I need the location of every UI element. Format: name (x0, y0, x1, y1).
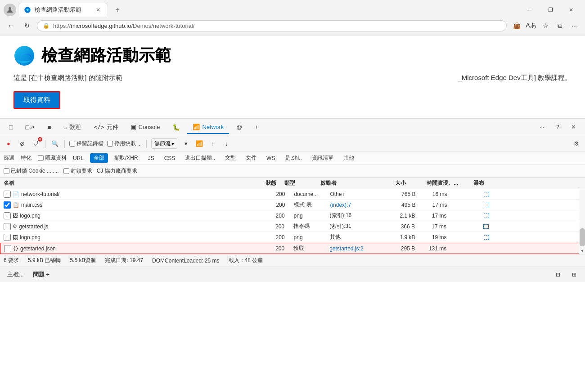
profile-icon[interactable] (4, 4, 16, 16)
table-row[interactable]: 🖼 logo.png 200 png (索引):16 2.1 kB 17 ms (0, 210, 585, 221)
disable-cache-input[interactable] (107, 141, 113, 147)
row2-initiator[interactable]: (index):7 (330, 202, 384, 208)
filter-media[interactable]: 進出口媒體.. (181, 153, 219, 163)
row1-checkbox[interactable] (4, 191, 11, 198)
devtools-tab-network[interactable]: 📶 Network (187, 121, 229, 134)
filter-ws[interactable]: WS (263, 154, 279, 162)
devtools-tab-at[interactable]: @ (231, 121, 248, 134)
blocked-cookies-checkbox[interactable]: 已封鎖 Cookie ........ (4, 167, 59, 175)
filter-doc[interactable]: 文件 (242, 153, 260, 163)
col-header-time[interactable]: 時間 (406, 179, 437, 187)
filter-xhr[interactable]: 擷取/XHR (111, 153, 142, 163)
filter-font[interactable]: 文型 (221, 153, 239, 163)
search-button[interactable]: 🔍 (50, 139, 60, 149)
filter-huahua[interactable]: 轉化 (17, 153, 35, 163)
collections-icon[interactable]: ⧉ (554, 19, 566, 32)
browser-tab[interactable]: 檢查網路活動示範 ✕ (18, 3, 108, 17)
devtools-tab-console[interactable]: ▣ Console (126, 121, 166, 134)
row6-initiator[interactable]: getstarted.js:2 (329, 245, 383, 252)
disable-cache-checkbox[interactable]: 停用快取... (107, 140, 142, 147)
load-time: 載入：48 公釐 (229, 257, 263, 264)
devtools-help-button[interactable]: ? (551, 121, 565, 134)
row1-waterfall (483, 192, 581, 197)
record-button[interactable]: ● (4, 139, 14, 149)
back-button[interactable]: ← (4, 19, 17, 32)
row1-icon: 📄 (13, 191, 19, 197)
bottom-icon-1[interactable]: ⊡ (552, 268, 564, 281)
row2-initiator-link[interactable]: (index):7 (330, 202, 351, 208)
throttle-label: 無節流 (154, 140, 171, 147)
devtools-tab-debug[interactable]: 🐛 (167, 121, 185, 134)
filter-toolbar-button[interactable]: ⛉ ✕ (31, 139, 40, 149)
bottom-tab-host[interactable]: 主機... (4, 270, 27, 280)
devtools-tab-right: ··· ? ✕ (534, 121, 581, 134)
bottom-tab-issues[interactable]: 問題 + (30, 270, 52, 280)
bottom-icon-2[interactable]: ⊞ (568, 268, 580, 281)
favorites-icon[interactable]: ☆ (539, 19, 552, 32)
throttle-dropdown[interactable]: 無節流 ▾ (151, 138, 177, 149)
wifi-icon[interactable]: 📶 (194, 139, 204, 149)
preserve-log-input[interactable] (69, 141, 75, 147)
close-button[interactable]: ✕ (561, 3, 581, 17)
table-row[interactable]: 🖼 logo.png 200 png 其他 1.9 kB 19 ms (0, 232, 585, 243)
wallet-icon[interactable]: 👜 (510, 19, 523, 32)
table-row[interactable]: ⚙ getstarted.js 200 指令碼 (索引):31 366 B 17… (0, 221, 585, 232)
devtools-close-button[interactable]: ✕ (566, 121, 581, 134)
get-data-button[interactable]: 取得資料 (14, 91, 60, 109)
filter-all[interactable]: 全部 (90, 153, 108, 163)
tab-close-button[interactable]: ✕ (94, 6, 102, 14)
filter-wasm[interactable]: 是.shi.. (281, 153, 305, 163)
address-bar[interactable]: 🔒 https://microsoftedge.github.io/Demos/… (37, 20, 507, 31)
table-row[interactable]: 📋 main.css 200 樣式 表 (index):7 495 B 17 m… (0, 200, 585, 210)
third-party-label: CJ 協力廠商要求 (97, 167, 137, 175)
elements-tab-icon: </> (94, 124, 104, 130)
table-row[interactable]: 📄 network-tutorial/ 200 docume... Othe r… (0, 189, 585, 200)
col-header-type[interactable]: 類型 (284, 179, 320, 187)
window-controls: — ❐ ✕ (519, 3, 581, 17)
row6-initiator-link[interactable]: getstarted.js:2 (329, 245, 363, 252)
scrollbar-down-arrow[interactable]: ▼ (579, 248, 585, 254)
devtools-tab-inspect[interactable]: □ (4, 121, 18, 134)
col-header-name[interactable]: 名稱 (4, 179, 257, 187)
download-button[interactable]: ↓ (221, 139, 231, 149)
devtools-tab-welcome[interactable]: ⌂ 歡迎 (58, 120, 86, 135)
refresh-button[interactable]: ↻ (21, 19, 33, 32)
col-header-impl[interactable]: 實現、... (437, 179, 473, 187)
upload-button[interactable]: ↑ (208, 139, 218, 149)
col-header-waterfall[interactable]: 瀑布 (473, 179, 575, 187)
read-aloud-icon[interactable]: Aあ (525, 19, 537, 32)
row5-checkbox[interactable] (4, 234, 11, 241)
preserve-log-checkbox[interactable]: 保留記錄檔 (69, 140, 104, 147)
scrollbar-thumb[interactable] (580, 228, 585, 246)
restore-button[interactable]: ❐ (540, 3, 561, 17)
table-body: 📄 network-tutorial/ 200 docume... Othe r… (0, 189, 585, 254)
col-header-initiator[interactable]: 啟動者 (320, 179, 374, 187)
col-header-status[interactable]: 狀態 (257, 179, 284, 187)
devtools-tab-add[interactable]: + (249, 121, 264, 134)
row6-status: 200 (266, 245, 293, 252)
minimize-button[interactable]: — (519, 3, 540, 17)
row6-checkbox[interactable] (4, 245, 11, 252)
filter-hidden-data[interactable]: 隱藏資料 (38, 154, 67, 162)
row3-checkbox[interactable] (4, 212, 11, 219)
filter-other[interactable]: 其他 (340, 153, 358, 163)
row2-checkbox[interactable] (4, 201, 11, 209)
clear-button[interactable]: ⊘ (17, 139, 27, 149)
filter-css[interactable]: CSS (161, 154, 179, 162)
filter-url[interactable]: URL (69, 154, 87, 162)
row4-checkbox[interactable] (4, 223, 11, 230)
devtools-tab-layout[interactable]: ■ (42, 121, 56, 134)
scrollbar-track[interactable]: ▼ (579, 189, 585, 254)
devtools-tab-elements[interactable]: </> 元件 (88, 120, 123, 135)
throttle-expand[interactable]: ▾ (181, 139, 191, 149)
devtools-more-button[interactable]: ··· (534, 121, 550, 134)
filter-js[interactable]: JS (144, 154, 158, 162)
col-header-size[interactable]: 大小 (374, 179, 406, 187)
blocked-requests-checkbox[interactable]: 封鎖要求 (63, 167, 92, 175)
more-button[interactable]: ··· (568, 19, 580, 32)
new-tab-button[interactable]: + (110, 3, 125, 17)
settings-button[interactable]: ⚙ (572, 139, 581, 149)
filter-manifest[interactable]: 資訊清單 (308, 153, 337, 163)
devtools-tab-device[interactable]: □↗ (20, 121, 40, 134)
table-row-highlighted[interactable]: {} getstarted.json 200 獲取 getstarted.js:… (0, 243, 585, 254)
